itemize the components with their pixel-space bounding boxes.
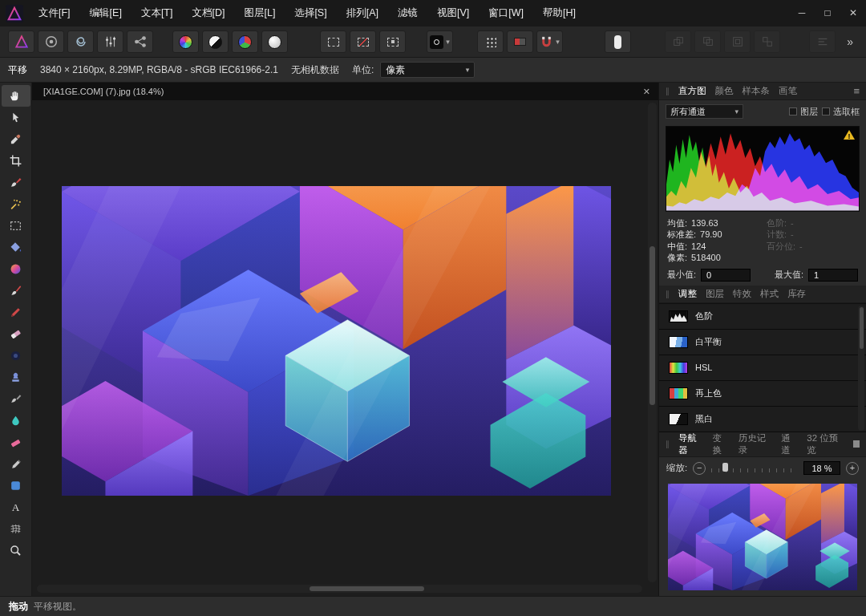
force-pixel-alignment-button[interactable] — [507, 30, 533, 53]
tab-stock[interactable]: 库存 — [787, 288, 806, 300]
selection-intersect-button[interactable] — [379, 30, 406, 53]
marquee-checkbox[interactable] — [822, 107, 830, 116]
menu-select[interactable]: 选择[S] — [285, 0, 336, 26]
color-picker-tool[interactable] — [2, 128, 30, 150]
tab-transform[interactable]: 变换 — [713, 432, 730, 456]
tab-brushes[interactable]: 画笔 — [779, 85, 797, 97]
smudge-brush-tool[interactable] — [2, 388, 30, 410]
paint-brush-tool[interactable] — [2, 280, 30, 302]
menu-text[interactable]: 文本[T] — [132, 0, 183, 26]
menu-filter[interactable]: 滤镜 — [388, 0, 427, 26]
zoom-tool[interactable] — [2, 540, 30, 561]
shape-tool[interactable] — [2, 475, 30, 496]
move-tool[interactable] — [2, 107, 30, 128]
selection-brush-tool[interactable] — [2, 172, 30, 193]
canvas-viewport[interactable] — [32, 100, 658, 596]
menu-view[interactable]: 视图[V] — [427, 0, 479, 26]
eraser-tool[interactable] — [2, 323, 30, 345]
tab-adjustments[interactable]: 调整 — [678, 288, 697, 300]
panel-grip-icon[interactable]: ∥ — [666, 290, 670, 298]
clipboard-button[interactable] — [605, 30, 631, 53]
menu-file[interactable]: 文件[F] — [29, 0, 80, 26]
layer-checkbox[interactable] — [789, 107, 797, 116]
menu-arrange[interactable]: 排列[A] — [337, 0, 388, 26]
vertical-scrollbar[interactable] — [648, 103, 657, 582]
document-tab[interactable]: [XIA1GE.COM] (7).jpg (18.4%) ✕ — [32, 83, 658, 100]
develop-persona-button[interactable] — [67, 30, 94, 53]
flood-select-tool[interactable] — [2, 193, 30, 215]
min-value-input[interactable]: 0 — [701, 269, 751, 282]
pixel-grid-button[interactable] — [477, 30, 504, 53]
auto-white-balance-button[interactable] — [261, 30, 288, 53]
max-value-input[interactable]: 1 — [808, 269, 858, 282]
auto-contrast-button[interactable] — [202, 30, 229, 53]
flood-fill-tool[interactable] — [2, 237, 30, 258]
zoom-slider[interactable] — [711, 463, 798, 473]
liquify-persona-button[interactable] — [38, 30, 64, 53]
assistant-button[interactable]: ▾ — [427, 30, 453, 53]
pixel-tool[interactable] — [2, 302, 30, 323]
maximize-button[interactable]: □ — [815, 0, 840, 26]
toolbar-overflow-button[interactable]: » — [847, 35, 853, 48]
close-button[interactable]: ✕ — [840, 0, 866, 26]
tab-layers[interactable]: 图层 — [706, 288, 724, 300]
snapping-button[interactable]: ▾ — [536, 30, 563, 53]
adjustment-hsl[interactable]: HSL — [659, 355, 866, 381]
tone-mapping-persona-button[interactable] — [97, 30, 123, 53]
text-tool[interactable]: A — [2, 496, 30, 518]
channel-select[interactable]: 所有通道 ▾ — [666, 104, 743, 119]
tab-32bit-preview[interactable]: 32 位预览 — [807, 432, 844, 456]
adjustments-scrollbar[interactable] — [858, 306, 864, 431]
zoom-slider-thumb[interactable] — [722, 463, 728, 472]
unit-select[interactable]: 像素 ▾ — [380, 62, 475, 78]
panel-square-icon[interactable] — [853, 440, 860, 448]
export-persona-button[interactable] — [127, 30, 153, 53]
tab-histogram[interactable]: 直方图 — [678, 85, 706, 97]
tab-styles[interactable]: 样式 — [760, 288, 779, 300]
crop-tool[interactable] — [2, 150, 30, 172]
pan-tool[interactable] — [2, 85, 30, 107]
minimize-button[interactable]: ─ — [789, 0, 815, 26]
zoom-value-input[interactable]: 18 % — [803, 461, 840, 475]
clipping-warning-icon[interactable]: ! — [843, 129, 856, 140]
selection-subtract-button[interactable] — [350, 30, 376, 53]
mesh-warp-tool[interactable] — [2, 518, 30, 540]
dodge-brush-tool[interactable] — [2, 345, 30, 367]
menu-help[interactable]: 帮助[H] — [533, 0, 585, 26]
gradient-tool[interactable] — [2, 258, 30, 280]
adjustment-levels[interactable]: 色阶 — [659, 304, 866, 330]
menu-window[interactable]: 窗口[W] — [479, 0, 533, 26]
panel-menu-icon[interactable]: ≡ — [853, 85, 860, 97]
navigator-preview[interactable] — [659, 480, 866, 596]
marquee-tool[interactable] — [2, 215, 30, 237]
auto-levels-button[interactable] — [172, 30, 199, 53]
tab-navigator[interactable]: 导航器 — [678, 432, 704, 456]
selection-new-button[interactable] — [320, 30, 346, 53]
burn-brush-tool[interactable] — [2, 432, 30, 453]
photo-persona-button[interactable] — [8, 30, 34, 53]
menu-layer[interactable]: 图层[L] — [234, 0, 285, 26]
tab-history[interactable]: 历史记录 — [739, 432, 772, 456]
zoom-out-button[interactable]: − — [693, 462, 706, 475]
pen-tool[interactable] — [2, 453, 30, 475]
tab-channels[interactable]: 通道 — [781, 432, 798, 456]
menu-document[interactable]: 文档[D] — [182, 0, 234, 26]
adjustment-black-white[interactable]: 黑白 — [659, 407, 866, 432]
clone-brush-tool[interactable] — [2, 367, 30, 388]
horizontal-scrollbar-thumb[interactable] — [310, 586, 424, 591]
menu-edit[interactable]: 编辑[E] — [80, 0, 132, 26]
vertical-scrollbar-thumb[interactable] — [650, 246, 655, 404]
tab-swatches[interactable]: 样本条 — [743, 85, 771, 97]
blur-brush-tool[interactable] — [2, 410, 30, 432]
tab-color[interactable]: 颜色 — [715, 85, 734, 97]
horizontal-scrollbar[interactable] — [37, 585, 642, 593]
document-close-icon[interactable]: ✕ — [643, 87, 650, 97]
auto-color-button[interactable] — [232, 30, 258, 53]
panel-grip-icon[interactable]: ∥ — [666, 87, 670, 95]
adjustments-scrollbar-thumb[interactable] — [860, 307, 864, 349]
adjustment-recolor[interactable]: 再上色 — [659, 381, 866, 407]
zoom-in-button[interactable]: + — [846, 462, 859, 475]
tab-effects[interactable]: 特效 — [733, 288, 751, 300]
adjustment-white-balance[interactable]: 白平衡 — [659, 330, 866, 355]
panel-grip-icon[interactable]: ∥ — [666, 440, 670, 448]
